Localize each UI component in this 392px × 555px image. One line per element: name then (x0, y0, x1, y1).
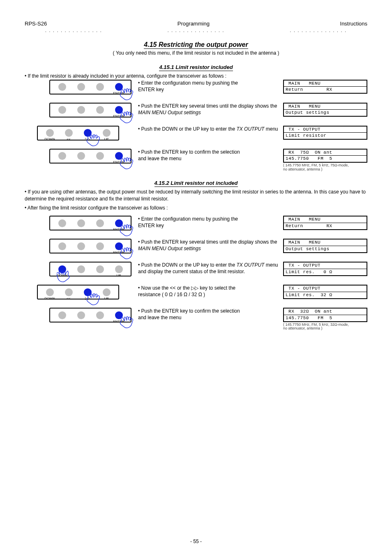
steps-group-1: ENTER• Enter the configuration menu by p… (25, 80, 367, 172)
key-button[interactable] (58, 311, 66, 319)
key-label: ENTER (113, 251, 124, 254)
keypad: ENTER (49, 103, 131, 117)
key-button[interactable] (58, 152, 66, 160)
key-button[interactable]: ENTER (115, 242, 123, 250)
key-button[interactable]: DOWN (46, 288, 54, 296)
key-button[interactable]: UP (115, 265, 123, 273)
lcd-display: TX - OUTPUTLimit resistor (283, 126, 367, 140)
instruction-step: DOWN<<▷▷UP• Push the DOWN or the UP key … (25, 126, 367, 140)
header-center: Programming (178, 21, 210, 27)
section-title: 4.15 Restricting the output power (25, 41, 367, 48)
instruction-step: ENTER• Push the ENTER key several times … (25, 103, 367, 117)
key-button[interactable] (96, 152, 104, 160)
lcd-line: Return RX (284, 87, 367, 93)
lcd-comment: ( 145.7750 MHz, FM, 5 kHz, 75Ω-mode, no … (283, 164, 367, 172)
step-text: • Push the ENTER key several times until… (131, 239, 283, 252)
key-button[interactable] (58, 219, 66, 227)
intro-2a: • If you are using other antennas, the o… (25, 189, 367, 203)
steps-group-2: ENTER• Enter the configuration menu by p… (25, 216, 367, 331)
header-left: RPS-S26 (25, 21, 47, 27)
instruction-step: ENTER• Push the ENTER key to confirm the… (25, 149, 367, 172)
keypad: ENTER (49, 308, 131, 322)
lcd-line: Limit res. 32 Ω (284, 292, 367, 298)
lcd-line: 145.7750 FM 5 (284, 156, 367, 162)
lcd-line: Output settings (284, 246, 367, 252)
key-button[interactable]: ENTER (115, 311, 123, 319)
key-button[interactable] (96, 265, 104, 273)
key-button[interactable] (77, 219, 85, 227)
key-button[interactable]: UP (103, 288, 111, 296)
key-button[interactable] (77, 242, 85, 250)
lcd-line: TX - OUTPUT (284, 263, 367, 269)
lcd-line: TX - OUTPUT (284, 127, 367, 133)
lcd-line: TX - OUTPUT (284, 286, 367, 292)
dots-center: . . . . . . . . . . . . . . . (168, 28, 225, 33)
step-text: • Push the DOWN or the UP key to enter t… (131, 262, 283, 275)
key-label: ▷▷ (85, 297, 90, 300)
instruction-step: ENTER• Push the ENTER key to confirm the… (25, 308, 367, 331)
key-label: ENTER (113, 160, 124, 164)
keypad: DOWN<<▷▷UP (37, 126, 119, 140)
instruction-step: ENTER• Enter the configuration menu by p… (25, 80, 367, 94)
key-button[interactable] (77, 106, 85, 114)
instruction-step: DOWN<<▷▷UP• Now use the << or the ▷▷ key… (25, 285, 367, 299)
key-button[interactable]: DOWN (58, 265, 66, 273)
keypad: ENTER (49, 239, 131, 253)
step-text: • Now use the << or the ▷▷ key to select… (131, 285, 283, 298)
key-label: UP (104, 137, 108, 141)
lcd-display: TX - OUTPUTLimit res. 0 Ω (283, 262, 367, 276)
step-text: • Enter the configuration menu by pushin… (131, 216, 283, 229)
step-text: • Push the ENTER key to confirm the sele… (131, 308, 283, 321)
key-button[interactable]: UP (103, 129, 111, 137)
key-label: UP (104, 297, 108, 300)
key-button[interactable] (58, 106, 66, 114)
keypad: ENTER (49, 216, 131, 230)
header-right: Instructions (340, 21, 367, 27)
keypad: ENTER (49, 149, 131, 164)
lcd-line: Limit resistor (284, 133, 367, 139)
lcd-display: MAIN MENUOutput settings (283, 239, 367, 253)
step-text: • Push the DOWN or the UP key to enter t… (131, 126, 283, 132)
lcd-line: Return RX (284, 223, 367, 229)
key-label: ENTER (113, 91, 124, 95)
instruction-step: ENTER• Enter the configuration menu by p… (25, 216, 367, 230)
subsection-1-title: 4.15.1 Limit resistor included (25, 64, 367, 70)
key-label: ▷▷ (85, 137, 90, 141)
key-button[interactable] (58, 83, 66, 91)
key-label: DOWN (57, 274, 67, 277)
key-label: ENTER (113, 320, 124, 323)
key-button[interactable] (77, 265, 85, 273)
lcd-display: MAIN MENUReturn RX (283, 216, 367, 230)
key-button[interactable] (58, 242, 66, 250)
key-button[interactable]: ENTER (115, 219, 123, 227)
step-text: • Enter the configuration menu by pushin… (131, 80, 283, 93)
key-button[interactable]: << (65, 129, 73, 137)
key-button[interactable]: ENTER (115, 83, 123, 91)
key-label: UP (116, 274, 121, 277)
key-button[interactable] (96, 311, 104, 319)
key-button[interactable] (96, 219, 104, 227)
key-button[interactable] (96, 242, 104, 250)
key-button[interactable] (96, 83, 104, 91)
key-button[interactable]: ▷▷ (84, 129, 92, 137)
page-number: - 55 - (0, 539, 392, 544)
key-button[interactable]: ENTER (115, 106, 123, 114)
lcd-display: RX 32Ω ON ant145.7750 FM 5 (283, 308, 367, 322)
lcd-line: RX 32Ω ON ant (284, 309, 367, 315)
keypad: DOWNUP (49, 262, 131, 276)
key-button[interactable]: ▷▷ (84, 288, 92, 296)
key-button[interactable]: << (65, 288, 73, 296)
key-button[interactable] (77, 152, 85, 160)
key-button[interactable] (77, 311, 85, 319)
lcd-display: MAIN MENUOutput settings (283, 103, 367, 117)
key-button[interactable] (77, 83, 85, 91)
dots-left: . . . . . . . . . . . . . . . (45, 28, 102, 33)
key-button[interactable] (96, 106, 104, 114)
key-button[interactable]: DOWN (46, 129, 54, 137)
key-button[interactable]: ENTER (115, 152, 123, 160)
lcd-display: RX 75Ω ON ant145.7750 FM 5 (283, 149, 367, 163)
header-dots-row: . . . . . . . . . . . . . . . . . . . . … (25, 28, 367, 33)
page-header: RPS-S26 Programming Instructions (25, 21, 367, 27)
key-label: ENTER (113, 114, 124, 118)
instruction-step: ENTER• Push the ENTER key several times … (25, 239, 367, 253)
